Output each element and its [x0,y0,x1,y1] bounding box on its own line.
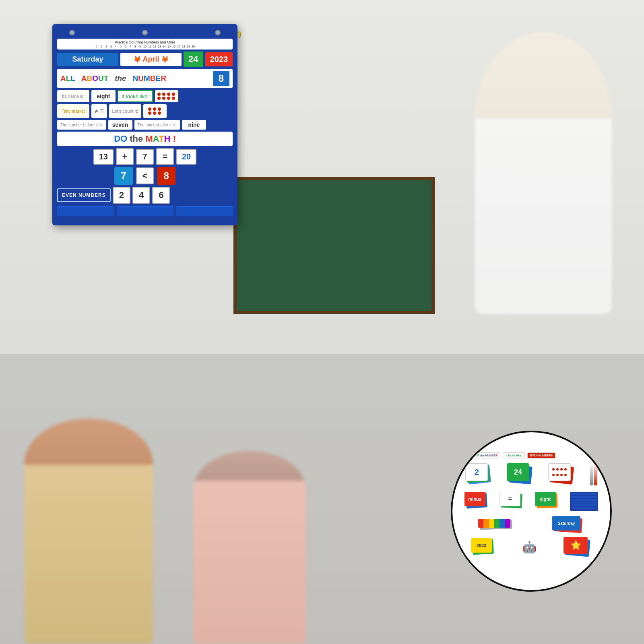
before-value: seven [108,120,132,130]
card-equals: = [500,492,524,510]
looks-like-label: It looks like: [118,90,153,102]
date-row: Saturday 🦊 April 🦊 24 2023 [57,52,233,67]
before-label: The number before it is: [57,120,106,130]
hang-hole-left [69,30,75,35]
card-stack-2: 2 [465,463,493,485]
pocket-1 [57,206,114,217]
number-line: 0 1 2 3 4 5 6 7 8 9 10 11 12 13 14 15 16… [95,45,195,48]
count-visual [143,104,167,118]
tally-row: Tally marks: ≠ ≡ Let's count it: [57,104,233,118]
card-2023-inset: 2023 [471,538,495,556]
count-label: Let's count it: [109,104,141,118]
looks-like-visual [155,90,178,102]
inset-cards-row-4: 2023 🤖 ⭐ [460,537,602,557]
card-stack-24: 24 [507,463,535,485]
even-6: 6 [152,187,170,204]
eq-equals: = [156,148,174,165]
cmp-n1: 7 [114,167,132,185]
card-stack-dots [548,463,576,485]
mini-pocket-chart [570,492,598,511]
child-right-figure [193,451,306,644]
inset-cards-row-1: 2 24 [460,463,602,485]
card-minus: minus [464,492,489,510]
eq-plus: + [116,148,134,165]
eq-n2: 7 [136,149,154,165]
chalkboard [233,177,435,314]
even-numbers-row: EVEN NUMBERS 2 4 6 [57,187,233,204]
tally-label: Tally marks: [57,104,89,118]
card-stack-red-star: ⭐ [564,537,592,557]
card-24-face: 24 [507,463,529,481]
month-label: April [143,55,159,64]
day-card: Saturday [57,53,118,66]
teacher-figure [475,32,612,314]
april-animal-left: 🦊 [133,56,141,63]
bottom-pockets [57,206,233,217]
date-card: 24 [184,52,203,67]
pocket-3 [176,206,233,217]
even-4: 4 [132,187,150,204]
card-figure: 🤖 [519,537,539,557]
featured-number: 8 [213,71,229,86]
markers [590,463,597,485]
even-label: EVEN NUMBERS [57,188,111,202]
comparison-row: 7 < 8 [57,167,233,185]
pocket-chart: Practice Counting Numbers and More 0 1 2… [52,24,237,225]
after-label: The number after it is: [134,120,180,130]
month-card: 🦊 April 🦊 [120,53,182,66]
inset-cards-row-2: minus = eight [460,492,602,511]
name-value: eight [91,90,116,102]
cmp-operator: < [136,167,154,184]
card-2-face: 2 [465,463,488,481]
tally-marks: ≠ ≡ [91,104,107,118]
all-about-text: ALL ABOUT the NUMBER [60,74,211,83]
dots-card [548,463,571,481]
inset-even-numbers: EVEN NUMBERS [527,452,555,458]
all-about-row: ALL ABOUT the NUMBER 8 [57,69,233,88]
hang-holes [57,30,233,35]
cmp-n2: 8 [157,167,175,185]
card-eight: eight [535,492,559,510]
math-title-row: DO the MATH ! [57,132,233,146]
inset-top-row: ALL ABOUT the NUMBER It looks like: EVEN… [460,452,602,458]
number-line-title: Practice Counting Numbers and More [115,40,175,44]
after-value: nine [182,120,206,130]
april-animal-right: 🦊 [161,56,169,63]
name-label: Its name is: [57,90,89,102]
hang-hole-center [142,30,148,35]
child-left-figure [24,419,153,644]
math-title: DO the MATH ! [60,134,229,144]
before-after-row: The number before it is: seven The numbe… [57,120,233,130]
card-saturday-inset: Saturday [552,516,584,534]
even-2: 2 [113,187,130,204]
eq-n1: 13 [93,149,114,165]
equation-row: 13 + 7 = 20 [57,148,233,165]
name-row: Its name is: eight It looks like: [57,90,233,102]
inset-looks-like: It looks like: [503,452,524,458]
inset-cards-row-3: Saturday [460,516,602,534]
pocket-2 [117,206,173,217]
inset-circle: ALL ABOUT the NUMBER It looks like: EVEN… [451,431,612,592]
year-card: 2023 [205,52,233,66]
number-line-row: Practice Counting Numbers and More 0 1 2… [57,39,233,50]
eq-result: 20 [176,149,196,165]
hang-hole-right [215,30,221,35]
card-strip-colorful [478,519,514,531]
